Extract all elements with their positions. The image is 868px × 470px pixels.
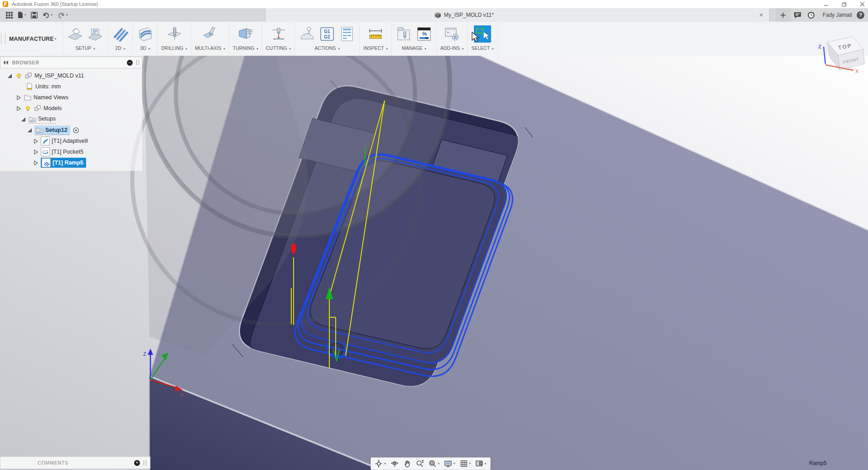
grid-settings-icon[interactable]: ▾ bbox=[460, 460, 471, 468]
user-account-button[interactable]: Fady Jamati bbox=[823, 12, 852, 18]
group-label-turning[interactable]: TURNING ▾ bbox=[233, 45, 258, 51]
orbit-icon[interactable]: ▾ bbox=[375, 460, 386, 468]
display-settings-icon[interactable]: ▾ bbox=[444, 460, 455, 468]
ribbon-grip[interactable] bbox=[1, 33, 5, 44]
panel-resize-handle[interactable] bbox=[144, 460, 146, 465]
svg-text:G1: G1 bbox=[324, 29, 330, 34]
tree-item-label: Units: mm bbox=[35, 83, 61, 90]
multiaxis-icon[interactable] bbox=[201, 25, 218, 43]
expanded-arrow-icon[interactable] bbox=[20, 116, 26, 122]
panel-resize-handle[interactable] bbox=[136, 60, 139, 65]
workspace-switcher[interactable]: MANUFACTURE▾ bbox=[6, 22, 63, 56]
group-label-cutting[interactable]: CUTTING ▾ bbox=[266, 45, 291, 51]
active-setup-radio-icon[interactable] bbox=[72, 126, 80, 134]
simulate-icon[interactable] bbox=[299, 25, 316, 43]
expanded-arrow-icon[interactable] bbox=[26, 127, 33, 133]
group-label-multiaxis[interactable]: MULTI-AXIS ▾ bbox=[195, 45, 225, 51]
ribbon-group-multiaxis: MULTI-AXIS ▾ bbox=[191, 22, 229, 56]
tool-library-icon[interactable] bbox=[395, 25, 413, 43]
group-label-inspect[interactable]: INSPECT ▾ bbox=[363, 45, 388, 51]
group-label-addins[interactable]: ADD-INS ▾ bbox=[440, 45, 464, 51]
collapsed-arrow-icon[interactable] bbox=[33, 160, 39, 166]
tree-item-label: [T1] Pocket5 bbox=[52, 149, 83, 155]
viewcube-x-axis: X bbox=[855, 68, 859, 74]
selected-operation-chip[interactable]: [T1] Ramp5 bbox=[41, 158, 86, 168]
group-label-manage[interactable]: MANAGE ▾ bbox=[402, 45, 426, 51]
viewports-icon[interactable]: ▾ bbox=[475, 460, 487, 468]
ribbon-group-2d: 2D ▾ bbox=[108, 22, 133, 56]
comments-bar[interactable]: COMMENTS + bbox=[0, 456, 150, 469]
tree-item-label: Setups bbox=[38, 116, 56, 122]
restore-icon[interactable] bbox=[841, 1, 847, 7]
group-label-actions[interactable]: ACTIONS ▾ bbox=[315, 45, 340, 51]
zoom-icon[interactable] bbox=[416, 460, 424, 468]
folder-icon bbox=[24, 93, 32, 102]
file-menu-icon[interactable]: ▾ bbox=[16, 10, 28, 20]
new-folder-setup-icon[interactable] bbox=[87, 25, 104, 43]
3d-milling-icon[interactable] bbox=[136, 25, 154, 43]
group-label-drilling[interactable]: DRILLING ▾ bbox=[161, 45, 187, 51]
group-label-3d[interactable]: 3D ▾ bbox=[140, 45, 150, 51]
2d-milling-icon[interactable] bbox=[111, 25, 129, 43]
viewport-canvas[interactable]: Z X BROWSER – bbox=[0, 56, 868, 470]
pan-icon[interactable] bbox=[403, 460, 411, 468]
tree-item-adaptive8[interactable]: [T1] Adaptive8 bbox=[0, 136, 142, 146]
group-label-select[interactable]: SELECT ▾ bbox=[471, 45, 493, 51]
tree-item-label: Models bbox=[43, 105, 62, 111]
browser-panel: BROWSER – My_ISP_MOLD v11 bbox=[0, 57, 142, 171]
tree-item-units[interactable]: Units: mm bbox=[0, 81, 142, 92]
drilling-icon[interactable] bbox=[166, 25, 183, 43]
group-label-2d[interactable]: 2D ▾ bbox=[115, 45, 125, 51]
turning-icon[interactable] bbox=[237, 25, 254, 43]
panel-display-toggle-icon[interactable]: – bbox=[127, 60, 133, 66]
close-icon[interactable] bbox=[859, 1, 865, 7]
expanded-arrow-icon[interactable] bbox=[6, 73, 13, 79]
collapsed-arrow-icon[interactable] bbox=[33, 138, 39, 144]
collapsed-arrow-icon[interactable] bbox=[15, 105, 22, 111]
comment-bubble-icon[interactable] bbox=[791, 8, 805, 22]
tree-item-named-views[interactable]: Named Views bbox=[0, 92, 142, 103]
document-tab[interactable]: My_ISP_MOLD v11* ✕ bbox=[265, 8, 770, 22]
machining-time-icon[interactable]: % bbox=[415, 25, 433, 43]
redo-icon[interactable]: ▾ bbox=[56, 10, 69, 20]
browser-header[interactable]: BROWSER – bbox=[0, 57, 142, 68]
tree-item-models[interactable]: Models bbox=[0, 103, 142, 114]
tab-close-icon[interactable]: ✕ bbox=[757, 11, 765, 19]
document-title: My_ISP_MOLD v11* bbox=[444, 12, 494, 18]
collapsed-arrow-icon[interactable] bbox=[15, 94, 22, 101]
view-cube[interactable]: TOP FRONT Z X bbox=[800, 34, 868, 88]
collapsed-arrow-icon[interactable] bbox=[33, 149, 39, 155]
collapse-panel-icon[interactable] bbox=[3, 60, 9, 65]
new-tab-button[interactable] bbox=[776, 8, 791, 22]
app-grid-icon[interactable] bbox=[5, 10, 14, 20]
setup-sheet-icon[interactable] bbox=[338, 25, 356, 43]
active-setup-chip[interactable]: Setup12 bbox=[34, 126, 70, 135]
tree-item-root[interactable]: My_ISP_MOLD v11 bbox=[0, 70, 142, 81]
new-setup-icon[interactable] bbox=[67, 25, 84, 43]
adaptive-operation-icon bbox=[41, 136, 50, 145]
tree-item-ramp5[interactable]: [T1] Ramp5 bbox=[0, 157, 142, 168]
tree-item-pocket5[interactable]: [T1] Pocket5 bbox=[0, 146, 142, 157]
undo-icon[interactable]: ▾ bbox=[41, 10, 54, 20]
cutting-icon[interactable] bbox=[270, 25, 287, 43]
tree-item-setups[interactable]: Setups bbox=[0, 114, 142, 125]
status-badge: Ramp5 bbox=[809, 460, 827, 466]
fit-icon[interactable]: ▾ bbox=[429, 460, 440, 468]
add-comment-icon[interactable]: + bbox=[134, 460, 140, 466]
ribbon-group-cutting: CUTTING ▾ bbox=[262, 22, 295, 56]
group-label-setup[interactable]: SETUP ▾ bbox=[76, 45, 95, 51]
navigation-toolbar: ▾ ▾ ▾ ▾ bbox=[371, 457, 491, 470]
post-process-icon[interactable]: G1 G2 bbox=[318, 25, 336, 43]
fusion360-window: Autodesk Fusion 360 (Startup License) ▾ bbox=[0, 0, 868, 470]
help-icon[interactable]: ? bbox=[857, 11, 864, 19]
look-at-icon[interactable] bbox=[391, 460, 399, 468]
title-bar: Autodesk Fusion 360 (Startup License) bbox=[0, 0, 868, 9]
save-icon[interactable] bbox=[29, 10, 39, 20]
measure-icon[interactable] bbox=[367, 25, 384, 43]
tree-item-setup12[interactable]: Setup12 bbox=[0, 125, 142, 136]
addins-icon[interactable]: >- bbox=[444, 25, 461, 43]
visibility-bulb-icon[interactable] bbox=[24, 104, 32, 112]
job-status-clock-icon[interactable] bbox=[805, 8, 818, 22]
visibility-bulb-icon[interactable] bbox=[14, 72, 23, 80]
minimize-icon[interactable] bbox=[823, 1, 829, 7]
